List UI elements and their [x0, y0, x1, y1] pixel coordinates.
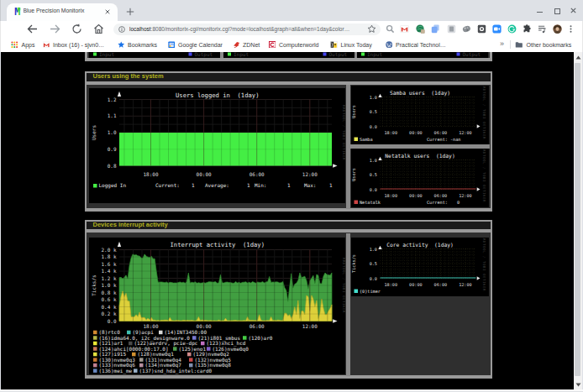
zoom-icon[interactable]: [492, 24, 502, 34]
forward-button[interactable]: [49, 23, 61, 35]
minimize-button[interactable]: [535, 6, 544, 15]
gmail-icon[interactable]: [400, 24, 409, 34]
search-icon[interactable]: [386, 24, 395, 34]
grid: [380, 159, 475, 189]
bookmark-item-inbox-16-sjvn0[interactable]: Inbox (16) - sjvn0…: [43, 41, 105, 49]
x-tick-label: 18:00: [143, 171, 158, 177]
port-graph-cutoff[interactable]: InputOutput: [357, 52, 488, 58]
legend-swatch: [139, 358, 144, 362]
legend-swatch: [354, 138, 358, 142]
section-header-interrupts: Devices interrupt activity: [85, 220, 492, 231]
dark-camera-icon[interactable]: [477, 24, 486, 34]
green-globe-icon[interactable]: [416, 24, 425, 34]
bookmark-item-computerworld[interactable]: Computerworld: [269, 41, 319, 49]
home-button[interactable]: [92, 23, 105, 35]
playlist-icon[interactable]: [538, 24, 547, 34]
legend-swatch: [201, 341, 205, 345]
y-tick-label: 0.9: [107, 146, 116, 152]
y-tick-label: 1.8 k: [101, 253, 116, 259]
reload-button[interactable]: [71, 23, 83, 35]
graph-title: Interrupt activity (1day): [170, 240, 265, 248]
graph-samba-users[interactable]: Samba users (1day)Users0.00.51.018:0000:…: [351, 86, 489, 144]
graph-title: Users logged in (1day): [175, 91, 259, 99]
tab-close-icon[interactable]: [103, 8, 112, 16]
bookmark-label: ZDNet: [243, 42, 260, 48]
x-tick-label: 18:00: [384, 281, 397, 286]
graph-ylabel: Ticks/s: [91, 274, 97, 295]
legend-swatch: [93, 336, 97, 340]
address-bar[interactable]: localhost:8080/monitorix-cgi/monitorix.c…: [113, 24, 381, 35]
scrollbar-thumb[interactable]: [575, 63, 580, 376]
x-tick-label: 18:00: [143, 323, 158, 329]
legend-swatch: [127, 330, 131, 334]
bookmark-star-icon[interactable]: [367, 24, 376, 34]
url-host: localhost: [129, 26, 151, 32]
legend-value: Current:: [155, 182, 180, 188]
x-tick-label: 00:00: [409, 192, 423, 197]
bookmark-item-linux-today[interactable]: Linux Today: [330, 41, 372, 49]
x-tick-label: 06:00: [249, 171, 264, 177]
legend-swatch: [187, 352, 192, 356]
x-axis-arrow-icon: [476, 124, 480, 128]
bookmark-label: Computerworld: [279, 42, 318, 48]
overflow-chevron-icon: »: [500, 39, 504, 48]
puzzle-extensions-icon[interactable]: [523, 24, 532, 34]
y-tick-label: 0.8 k: [101, 289, 116, 295]
bookmark-item-zdnet[interactable]: ZDNet: [233, 41, 260, 49]
legend-swatch: [134, 368, 138, 373]
y-tick-label: 0.5: [369, 109, 376, 114]
legend-swatch: [189, 358, 193, 362]
other-bookmarks-button[interactable]: Other bookmarks: [515, 41, 571, 49]
vertical-scrollbar[interactable]: [574, 52, 582, 389]
legend-label-input: Input: [234, 52, 249, 58]
copy-pages-icon[interactable]: [431, 24, 440, 34]
legend-swatch-input: [361, 53, 365, 56]
computerworld-icon: [269, 41, 276, 49]
graph-users-logged-in[interactable]: Users logged in (1day)Users0.80.91.01.11…: [89, 88, 346, 203]
palette-icon[interactable]: [462, 24, 471, 34]
port-graph-cutoff[interactable]: InputOutput: [89, 52, 220, 58]
back-button[interactable]: [26, 23, 39, 35]
tab-monitorix[interactable]: M Blue Precision Monitorix: [7, 3, 118, 22]
new-tab-button[interactable]: [125, 7, 135, 17]
legend-label-output: Output: [195, 52, 213, 58]
menu-dots-icon[interactable]: [566, 24, 575, 34]
section-header-users: Users using the system: [85, 71, 492, 83]
port-graph-cutoff[interactable]: InputOutput: [223, 52, 355, 58]
bookmark-item-practical-technol[interactable]: Practical Technol…: [386, 41, 446, 49]
bookmark-item-bookmarks[interactable]: Bookmarks: [118, 41, 158, 49]
scroll-down-button[interactable]: [574, 379, 582, 389]
browser-toolbar: localhost:8080/monitorix-cgi/monitorix.c…: [0, 21, 583, 37]
section-border-right: [490, 52, 492, 58]
legend-swatch: [93, 368, 97, 373]
legend-value: -nan: [450, 137, 461, 142]
close-window-button[interactable]: [569, 6, 578, 15]
legend-value: 1: [287, 182, 291, 188]
legend-swatch-input: [93, 53, 97, 56]
maximize-button[interactable]: [552, 6, 561, 15]
url-text[interactable]: localhost:8080/monitorix-cgi/monitorix.c…: [129, 26, 375, 34]
port-graph-legend: InputOutput: [223, 52, 355, 58]
x-tick-label: 18:00: [384, 130, 397, 135]
graph-core-activity[interactable]: Core activity (1day)Ticks/s0.00.51.018:0…: [351, 238, 489, 296]
url-path: :8080/monitorix-cgi/monitorix.cgi?mode=l…: [151, 26, 349, 32]
bookmark-label: Linux Today: [341, 42, 372, 48]
gray-square-icon[interactable]: [447, 24, 456, 34]
page-info-icon[interactable]: [118, 26, 125, 33]
bookmark-item-apps[interactable]: Apps: [11, 41, 34, 49]
legend-swatch-output: [457, 53, 460, 56]
linuxtoday-icon: [330, 41, 338, 49]
y-tick-label: 1.1: [107, 112, 116, 118]
tab-strip: M Blue Precision Monitorix: [0, 0, 583, 21]
y-tick-label: 1.0: [369, 246, 376, 251]
legend-label: Samba: [360, 137, 373, 142]
bookmark-item-google-calendar[interactable]: 31Google Calendar: [168, 41, 223, 49]
legend-swatch: [93, 330, 97, 334]
graph-netatalk-users[interactable]: Netatalk users (1day)Users0.00.51.018:00…: [351, 149, 489, 207]
profile-avatar[interactable]: [553, 24, 562, 34]
grammarly-icon[interactable]: [507, 24, 517, 34]
scroll-up-button[interactable]: [574, 52, 582, 63]
legend-swatch: [129, 341, 133, 345]
graph-interrupt-activity[interactable]: Interrupt activity (1day)Ticks/s0.00.2 k…: [89, 238, 346, 374]
bookmarks-overflow-chevron[interactable]: »: [500, 39, 504, 47]
